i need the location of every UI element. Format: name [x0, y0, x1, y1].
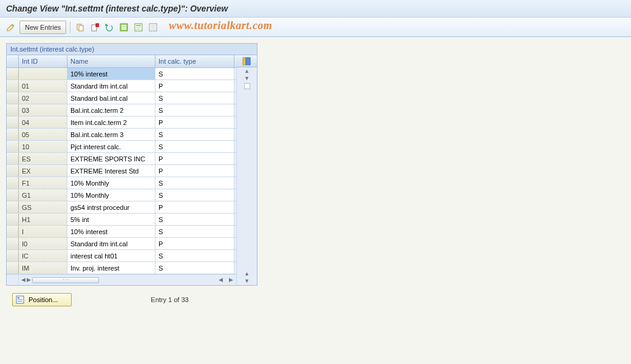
- table-row[interactable]: 10% interestS: [7, 68, 236, 80]
- copy-icon[interactable]: [74, 21, 86, 33]
- cell-name[interactable]: gs54 intrst procedur: [67, 201, 155, 213]
- row-selector[interactable]: [7, 80, 19, 92]
- table-row[interactable]: ICinterest cal ht01S: [7, 250, 236, 262]
- table-row[interactable]: 04Item int.calc.term 2P: [7, 116, 236, 129]
- cell-name[interactable]: Bal.int.calc.term 3: [67, 129, 155, 140]
- cell-name[interactable]: 10% Monthly: [67, 189, 155, 201]
- scroll-left-end-icon[interactable]: ◀: [219, 277, 223, 283]
- cell-int-id[interactable]: I0: [19, 238, 67, 249]
- select-all-icon[interactable]: [118, 21, 130, 33]
- undo-icon[interactable]: [103, 21, 115, 33]
- table-row[interactable]: 10Pjct interest calc.S: [7, 141, 236, 153]
- cell-int-id[interactable]: ES: [19, 153, 67, 164]
- cell-type[interactable]: S: [155, 92, 234, 104]
- cell-type[interactable]: P: [155, 116, 234, 128]
- cell-int-id[interactable]: G1: [19, 189, 67, 201]
- table-row[interactable]: I10% interestS: [7, 226, 236, 238]
- cell-int-id[interactable]: H1: [19, 214, 67, 225]
- cell-int-id[interactable]: I: [19, 226, 67, 237]
- cell-int-id[interactable]: 10: [19, 141, 67, 152]
- scroll-left-icon[interactable]: ◀: [21, 277, 26, 283]
- scroll-up-icon[interactable]: ▲: [244, 69, 250, 74]
- change-icon[interactable]: [5, 21, 17, 33]
- row-selector[interactable]: [7, 165, 19, 177]
- position-button[interactable]: Position...: [12, 293, 72, 306]
- scroll-right-end-icon[interactable]: ▶: [229, 277, 233, 283]
- cell-int-id[interactable]: 03: [19, 104, 67, 116]
- row-selector[interactable]: [7, 141, 19, 152]
- cell-int-id[interactable]: 02: [19, 92, 67, 104]
- cell-name[interactable]: Inv. proj. interest: [67, 262, 155, 274]
- row-selector[interactable]: [7, 201, 19, 213]
- cell-type[interactable]: S: [155, 214, 234, 225]
- cell-int-id[interactable]: F1: [19, 177, 67, 189]
- table-row[interactable]: ESEXTREME SPORTS INCP: [7, 153, 236, 165]
- scroll-marker[interactable]: [244, 83, 250, 89]
- cell-name[interactable]: 5% int: [67, 214, 155, 225]
- h-scroll-thumb[interactable]: ⋯: [32, 277, 99, 283]
- cell-type[interactable]: S: [155, 104, 234, 116]
- cell-type[interactable]: P: [155, 165, 234, 177]
- cell-int-id[interactable]: IC: [19, 250, 67, 261]
- table-row[interactable]: 02Standard bal.int.calS: [7, 92, 236, 104]
- row-selector[interactable]: [7, 262, 19, 274]
- row-selector[interactable]: [7, 250, 19, 261]
- table-row[interactable]: 01Standard itm int.calP: [7, 80, 236, 92]
- scroll-up-end-icon[interactable]: ▲: [244, 271, 250, 277]
- cell-int-id[interactable]: GS: [19, 201, 67, 213]
- v-scrollbar[interactable]: ▲ ▼ ▲ ▼: [236, 67, 257, 285]
- cell-int-id[interactable]: 05: [19, 129, 67, 140]
- cell-name[interactable]: 10% Monthly: [67, 177, 155, 189]
- scroll-down-icon[interactable]: ▼: [244, 76, 250, 81]
- row-selector[interactable]: [7, 92, 19, 104]
- cell-name[interactable]: Standard itm int.cal: [67, 80, 155, 92]
- select-all-header[interactable]: [7, 55, 19, 67]
- row-selector[interactable]: [7, 129, 19, 140]
- cell-type[interactable]: S: [155, 226, 234, 237]
- table-config-icon[interactable]: [236, 55, 257, 67]
- row-selector[interactable]: [7, 189, 19, 201]
- scroll-down-end-icon[interactable]: ▼: [244, 278, 250, 284]
- cell-int-id[interactable]: 04: [19, 116, 67, 128]
- row-selector[interactable]: [7, 177, 19, 189]
- cell-type[interactable]: P: [155, 201, 234, 213]
- cell-type[interactable]: P: [155, 238, 234, 249]
- row-selector[interactable]: [7, 214, 19, 225]
- delete-icon[interactable]: [89, 21, 101, 33]
- cell-name[interactable]: Pjct interest calc.: [67, 141, 155, 152]
- table-row[interactable]: 03Bal.int.calc.term 2S: [7, 104, 236, 116]
- cell-type[interactable]: P: [155, 153, 234, 164]
- scroll-right-icon[interactable]: ▶: [27, 277, 31, 283]
- cell-type[interactable]: S: [155, 141, 234, 152]
- row-selector[interactable]: [7, 68, 19, 79]
- row-selector[interactable]: [7, 104, 19, 116]
- table-row[interactable]: 05Bal.int.calc.term 3S: [7, 129, 236, 141]
- row-selector[interactable]: [7, 116, 19, 128]
- cell-name[interactable]: 10% interest: [67, 68, 155, 79]
- table-row[interactable]: F110% MonthlyS: [7, 177, 236, 189]
- cell-name[interactable]: EXTREME Interest Std: [67, 165, 155, 177]
- cell-name[interactable]: 10% interest: [67, 226, 155, 237]
- cell-name[interactable]: Standard itm int.cal: [67, 238, 155, 249]
- col-header-name[interactable]: Name: [67, 55, 155, 67]
- cell-name[interactable]: Bal.int.calc.term 2: [67, 104, 155, 116]
- cell-int-id[interactable]: EX: [19, 165, 67, 177]
- col-header-int-id[interactable]: Int ID: [19, 55, 67, 67]
- cell-type[interactable]: S: [155, 262, 234, 274]
- cell-type[interactable]: S: [155, 129, 234, 140]
- row-selector[interactable]: [7, 153, 19, 164]
- h-scrollbar[interactable]: ◀ ▶ ⋯ ◀ ▶: [7, 274, 236, 285]
- cell-name[interactable]: EXTREME SPORTS INC: [67, 153, 155, 164]
- cell-int-id[interactable]: IM: [19, 262, 67, 274]
- cell-type[interactable]: S: [155, 177, 234, 189]
- cell-name[interactable]: Item int.calc.term 2: [67, 116, 155, 128]
- table-row[interactable]: IMInv. proj. interestS: [7, 262, 236, 274]
- table-row[interactable]: H15% intS: [7, 214, 236, 226]
- deselect-all-icon[interactable]: [147, 21, 159, 33]
- table-row[interactable]: I0Standard itm int.calP: [7, 238, 236, 250]
- cell-type[interactable]: P: [155, 80, 234, 92]
- table-row[interactable]: EXEXTREME Interest StdP: [7, 165, 236, 177]
- row-selector[interactable]: [7, 226, 19, 237]
- select-block-icon[interactable]: [132, 21, 145, 33]
- cell-type[interactable]: S: [155, 189, 234, 201]
